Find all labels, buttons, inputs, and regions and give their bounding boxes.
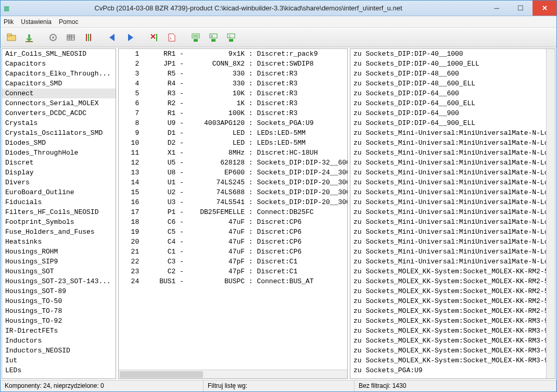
footprint-item[interactable]: zu Sockets_MOLEX_KK-System:Socket_MOLEX-… [350, 267, 546, 276]
open-netlist-button[interactable] [4, 30, 19, 45]
footprint-item[interactable]: zu Sockets_Mini-Universal:MiniUniversalM… [350, 138, 546, 148]
library-item[interactable]: Divers [2, 178, 116, 187]
component-row[interactable]: 3 R5 - 330 : Discret:R3 [119, 69, 347, 79]
component-row[interactable]: 9 D1 - LED : LEDs:LED-5MM [119, 128, 347, 138]
library-item[interactable]: EuroBoard_Outline [2, 187, 116, 197]
footprint-item[interactable]: zu Sockets_MOLEX_KK-System:Socket_MOLEX-… [350, 296, 546, 306]
component-row[interactable]: 12 U5 - 628128 : Sockets_DIP:DIP-32__600 [119, 158, 347, 168]
library-list[interactable]: Air_Coils_SML_NEOSIDCapacitorsCapacitors… [2, 49, 116, 378]
footprint-vscrollbar[interactable] [546, 49, 555, 378]
footprint-item[interactable]: zu Sockets_DIP:DIP-64__900 [350, 108, 546, 118]
minimize-button[interactable]: ─ [485, 1, 509, 16]
library-item[interactable]: Inductors [2, 336, 116, 346]
library-item[interactable]: Connect [2, 88, 116, 98]
component-row[interactable]: 8 U9 - 4003APG120 : Sockets_PGA:U9 [119, 118, 347, 128]
footprint-item[interactable]: zu Sockets_DIP:DIP-48__600_ELL [350, 79, 546, 88]
library-item[interactable]: Crystals_Oscillators_SMD [2, 128, 116, 138]
library-item[interactable]: Housings_SOT-23_SOT-143... [2, 276, 116, 286]
library-item[interactable]: Iut [2, 356, 116, 365]
datasheet-button[interactable]: λ [164, 30, 180, 45]
footprint-item[interactable]: zu Sockets_MOLEX_KK-System:Socket_MOLEX-… [350, 326, 546, 336]
footprint-item[interactable]: zu Sockets_Mini-Universal:MiniUniversalM… [350, 207, 546, 217]
library-item[interactable]: Discret [2, 158, 116, 168]
menu-file[interactable]: Plik [4, 18, 14, 26]
save-button[interactable] [21, 30, 37, 45]
footprint-item[interactable]: zu Sockets_PGA:U9 [350, 365, 546, 375]
library-item[interactable]: LEDs [2, 365, 116, 375]
footprint-item[interactable]: zu Sockets_MOLEX_KK-System:Socket_MOLEX-… [350, 346, 546, 356]
library-item[interactable]: Converters_DCDC_ACDC [2, 108, 116, 118]
component-row[interactable]: 20 C4 - 47uF : Discret:CP6 [119, 237, 347, 247]
library-item[interactable]: Heatsinks [2, 237, 116, 247]
component-row[interactable]: 6 R2 - 1K : Discret:R3 [119, 98, 347, 108]
library-item[interactable]: Crystals [2, 118, 116, 128]
library-item[interactable]: Capacitors_SMD [2, 79, 116, 88]
filter-by-keywords-button[interactable] [188, 30, 204, 45]
library-item[interactable]: Housings_TO-92 [2, 316, 116, 326]
footprint-item[interactable]: zu Sockets_DIP:DIP-64__900_ELL [350, 118, 546, 128]
component-row[interactable]: 21 C1 - 47uF : Discret:CP6 [119, 247, 347, 257]
library-item[interactable]: Housings_SOT-89 [2, 286, 116, 296]
library-item[interactable]: Display [2, 168, 116, 178]
filter-by-pincount-button[interactable]: # [206, 30, 221, 45]
component-row[interactable]: 14 U1 - 74LS245 : Sockets_DIP:DIP-20__30… [119, 178, 347, 187]
footprint-item[interactable]: zu Sockets_DIP:DIP-40__1000 [350, 49, 546, 59]
filter-toggle-button[interactable] [81, 30, 96, 45]
footprint-item[interactable]: zu Sockets_Mini-Universal:MiniUniversalM… [350, 187, 546, 197]
library-item[interactable]: Housings_SIP9 [2, 257, 116, 267]
component-row[interactable]: 16 U3 - 74LS541 : Sockets_DIP:DIP-20__30… [119, 197, 347, 207]
footprint-item[interactable]: zu Sockets_MOLEX_KK-System:Socket_MOLEX-… [350, 306, 546, 316]
library-item[interactable]: Capacitors_Elko_Through... [2, 69, 116, 79]
component-row[interactable]: 18 C6 - 47uF : Discret:CP6 [119, 217, 347, 227]
library-item[interactable]: Connectors_Serial_MOLEX [2, 98, 116, 108]
component-row[interactable]: 17 P1 - DB25FEMELLE : Connect:DB25FC [119, 207, 347, 217]
footprint-item[interactable]: zu Sockets_Mini-Universal:MiniUniversalM… [350, 168, 546, 178]
library-item[interactable]: IR-DirectFETs [2, 326, 116, 336]
library-item[interactable]: Air_Coils_SML_NEOSID [2, 49, 116, 59]
filter-by-library-button[interactable]: L [223, 30, 239, 45]
footprint-item[interactable]: zu Sockets_Mini-Universal:MiniUniversalM… [350, 227, 546, 237]
footprint-item[interactable]: zu Sockets_Mini-Universal:MiniUniversalM… [350, 217, 546, 227]
maximize-button[interactable]: ☐ [509, 1, 533, 16]
component-row[interactable]: 1 RR1 - 9x1K : Discret:r_pack9 [119, 49, 347, 59]
component-row[interactable]: 11 X1 - 8MHz : Discret:HC-18UH [119, 148, 347, 158]
footprint-item[interactable]: zu Sockets_Mini-Universal:MiniUniversalM… [350, 257, 546, 267]
footprint-item[interactable]: zu Sockets_DIP:DIP-64__600_ELL [350, 98, 546, 108]
footprint-item[interactable]: zu Sockets_MOLEX_KK-System:Socket_MOLEX-… [350, 286, 546, 296]
component-row[interactable]: 10 D2 - LED : LEDs:LED-5MM [119, 138, 347, 148]
library-item[interactable]: Housings_TO-50 [2, 296, 116, 306]
menu-help[interactable]: Pomoc [59, 18, 78, 26]
component-row[interactable]: 23 C2 - 47pF : Discret:C1 [119, 267, 347, 276]
library-item[interactable]: Fiducials [2, 197, 116, 207]
library-item[interactable]: Diodes_SMD [2, 138, 116, 148]
footprint-item[interactable]: zu Sockets_DIP:DIP-40__1000_ELL [350, 59, 546, 69]
library-item[interactable]: Filters_HF_Coils_NEOSID [2, 207, 116, 217]
component-hscrollbar[interactable] [119, 370, 347, 378]
library-item[interactable]: Fuse_Holders_and_Fuses [2, 227, 116, 237]
component-row[interactable]: 22 C3 - 47pF : Discret:C1 [119, 257, 347, 267]
footprint-item[interactable]: zu Sockets_MOLEX_KK-System:Socket_MOLEX-… [350, 316, 546, 326]
library-item[interactable]: Inductors_NEOSID [2, 346, 116, 356]
footprint-item[interactable]: zu Sockets_MOLEX_KK-System:Socket_MOLEX-… [350, 356, 546, 365]
library-item[interactable]: Diodes_ThroughHole [2, 148, 116, 158]
preferences-button[interactable] [45, 30, 61, 45]
component-row[interactable]: 5 R3 - 10K : Discret:R3 [119, 88, 347, 98]
footprint-item[interactable]: zu Sockets_MOLEX_KK-System:Socket_MOLEX-… [350, 276, 546, 286]
component-list[interactable]: 1 RR1 - 9x1K : Discret:r_pack9 2 JP1 - C… [119, 49, 347, 370]
library-item[interactable]: Capacitors [2, 59, 116, 69]
menu-settings[interactable]: Ustawienia [21, 18, 52, 26]
component-row[interactable]: 19 C5 - 47uF : Discret:CP6 [119, 227, 347, 237]
view-footprint-button[interactable] [63, 30, 79, 45]
library-item[interactable]: Housings_TO-78 [2, 306, 116, 316]
component-row[interactable]: 4 R4 - 330 : Discret:R3 [119, 79, 347, 88]
next-component-button[interactable] [122, 30, 138, 45]
footprint-item[interactable]: zu Sockets_Mini-Universal:MiniUniversalM… [350, 247, 546, 257]
library-item[interactable]: Housings_SOT [2, 267, 116, 276]
footprint-item[interactable]: zu Sockets_Mini-Universal:MiniUniversalM… [350, 128, 546, 138]
library-item[interactable]: Footprint_Symbols [2, 217, 116, 227]
component-row[interactable]: 15 U2 - 74LS688 : Sockets_DIP:DIP-20__30… [119, 187, 347, 197]
library-item[interactable]: Housings_ROHM [2, 247, 116, 257]
footprint-item[interactable]: zu Sockets_Mini-Universal:MiniUniversalM… [350, 178, 546, 187]
footprint-list[interactable]: zu Sockets_DIP:DIP-40__1000zu Sockets_DI… [350, 49, 546, 378]
footprint-item[interactable]: zu Sockets_Mini-Universal:MiniUniversalM… [350, 237, 546, 247]
